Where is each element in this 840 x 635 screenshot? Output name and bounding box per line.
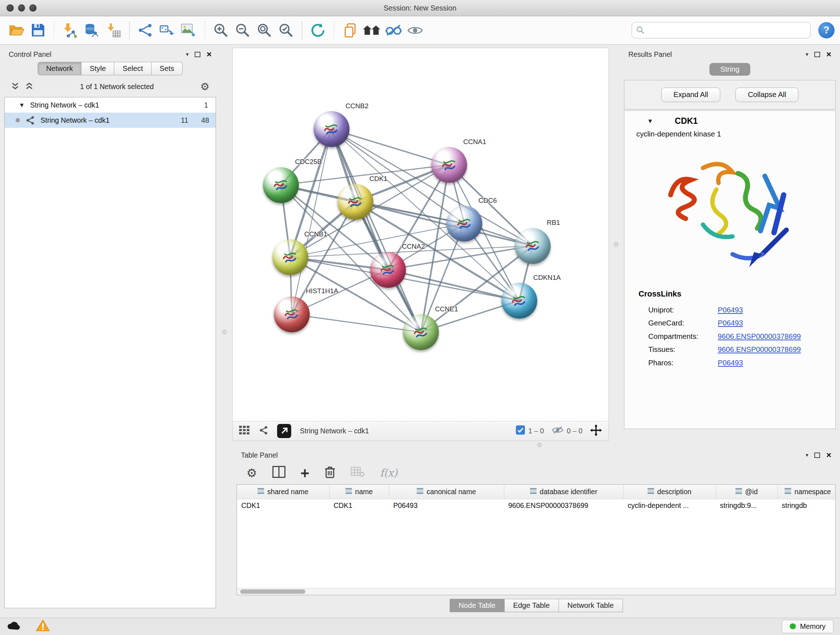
- float-panel-icon[interactable]: [814, 52, 821, 57]
- network-collection-row[interactable]: ▼ String Network – cdk1 1: [5, 97, 216, 112]
- memory-button[interactable]: Memory: [782, 620, 834, 633]
- tab-edge-table[interactable]: Edge Table: [505, 599, 559, 612]
- selected-checkbox-icon[interactable]: [516, 425, 525, 437]
- network-node-cdk1[interactable]: [338, 184, 373, 220]
- column-header-namespace[interactable]: namespace: [777, 485, 836, 499]
- hide-enhanced-labels-button[interactable]: [383, 19, 404, 42]
- apply-layout-button[interactable]: [134, 19, 156, 42]
- copy-style-button[interactable]: [339, 19, 361, 42]
- string-results-tab[interactable]: String: [709, 63, 750, 76]
- tab-node-table[interactable]: Node Table: [450, 599, 505, 612]
- warning-icon[interactable]: [36, 619, 50, 633]
- close-window-button[interactable]: [6, 4, 14, 11]
- network-options-gear-icon[interactable]: ⚙: [200, 81, 210, 92]
- minimize-window-button[interactable]: [18, 4, 25, 11]
- tab-network-table[interactable]: Network Table: [559, 599, 623, 612]
- close-panel-icon[interactable]: ×: [207, 50, 212, 59]
- pan-crosshair-icon[interactable]: [590, 424, 602, 438]
- crosslink-tissues-link[interactable]: 9606.ENSP00000378699: [718, 345, 801, 354]
- string-home-button[interactable]: [361, 19, 383, 42]
- selected-counts: 1 – 0: [528, 427, 544, 435]
- show-columns-icon[interactable]: [272, 466, 286, 480]
- column-header-name[interactable]: name: [329, 485, 389, 499]
- network-collection-list: ▼ String Network – cdk1 1 String Network…: [4, 97, 216, 608]
- import-network-from-database-button[interactable]: [81, 19, 103, 42]
- left-splitter-handle[interactable]: [222, 330, 226, 334]
- zoom-fit-button[interactable]: [254, 19, 275, 42]
- table-panel-header: Table Panel ▾ ×: [237, 448, 836, 462]
- help-button[interactable]: ?: [818, 22, 835, 38]
- collapse-panel-icon[interactable]: ▾: [806, 452, 808, 458]
- network-node-cdkn1a[interactable]: [501, 283, 537, 318]
- detach-view-button[interactable]: [277, 424, 291, 438]
- network-share-icon[interactable]: [259, 425, 268, 437]
- tab-select[interactable]: Select: [114, 62, 151, 75]
- tab-network[interactable]: Network: [38, 62, 81, 75]
- network-node-ccne1[interactable]: [403, 314, 439, 350]
- save-session-button[interactable]: [27, 19, 49, 42]
- network-edge-count: 48: [201, 116, 209, 125]
- tab-style[interactable]: Style: [81, 62, 114, 75]
- column-header-canonical-name[interactable]: canonical name: [389, 485, 504, 499]
- crosslink-genecard-link[interactable]: P06493: [718, 319, 743, 327]
- protein-ribbon-thumbnail: [409, 320, 433, 344]
- tab-sets[interactable]: Sets: [152, 62, 183, 75]
- network-row-selected[interactable]: String Network – cdk1 11 48: [5, 112, 216, 128]
- network-node-rb1[interactable]: [515, 228, 551, 264]
- collapse-all-icon[interactable]: [11, 82, 19, 92]
- column-header-database-identifier[interactable]: database identifier: [504, 485, 623, 499]
- column-type-icon: [785, 488, 791, 496]
- maximize-window-button[interactable]: [29, 4, 36, 11]
- column-header-shared-name[interactable]: shared name: [237, 485, 329, 499]
- network-canvas[interactable]: CCNB2CCNA1CDC25BCDK1CDC6RB1CCNB1CCNA2CDK…: [233, 48, 608, 421]
- table-row[interactable]: CDK1CDK1P064939606.ENSP00000378699cyclin…: [237, 499, 836, 512]
- export-image-button[interactable]: [178, 19, 200, 42]
- collapse-panel-icon[interactable]: ▾: [186, 51, 189, 57]
- protein-ribbon-thumbnail: [269, 173, 293, 197]
- network-node-cdc6[interactable]: [447, 206, 482, 241]
- hidden-eye-slash-icon[interactable]: [552, 426, 564, 436]
- import-network-from-file-button[interactable]: [59, 19, 81, 42]
- zoom-out-button[interactable]: [232, 19, 254, 42]
- delete-column-icon[interactable]: [325, 466, 335, 481]
- cloud-status-icon[interactable]: [6, 621, 21, 632]
- collapse-panel-icon[interactable]: ▾: [806, 51, 808, 57]
- crosslink-compartments-link[interactable]: 9606.ENSP00000378699: [718, 333, 801, 340]
- crosslink-uniprot-link[interactable]: P06493: [718, 306, 743, 314]
- birdseye-view-icon[interactable]: [239, 426, 250, 436]
- network-node-cdc25b[interactable]: [263, 167, 299, 203]
- crosslinks-section: CrossLinks Uniprot:P06493GeneCard:P06493…: [624, 285, 835, 370]
- network-node-ccnb2[interactable]: [314, 111, 349, 147]
- zoom-in-button[interactable]: [210, 19, 232, 42]
- export-network-button[interactable]: [156, 19, 178, 42]
- horizontal-splitter-handle[interactable]: [537, 443, 542, 447]
- network-node-hist1h1a[interactable]: [274, 296, 309, 333]
- import-table-button[interactable]: [103, 19, 125, 42]
- close-panel-icon[interactable]: ×: [826, 451, 831, 459]
- column-header--id[interactable]: @id: [715, 485, 777, 499]
- table-hscrollbar[interactable]: [237, 588, 835, 595]
- search-input[interactable]: [648, 26, 806, 35]
- float-panel-icon[interactable]: [195, 52, 201, 57]
- refresh-layout-button[interactable]: [307, 19, 329, 42]
- right-splitter-handle[interactable]: [614, 242, 618, 247]
- function-builder-icon[interactable]: f(x): [380, 467, 398, 479]
- network-node-ccna2[interactable]: [370, 252, 406, 288]
- crosslink-pharos-link[interactable]: P06493: [718, 359, 743, 367]
- network-node-ccna1[interactable]: [431, 147, 467, 183]
- float-panel-icon[interactable]: [814, 453, 821, 458]
- network-node-ccnb1[interactable]: [272, 239, 308, 275]
- open-session-button[interactable]: [5, 19, 27, 42]
- expand-all-icon[interactable]: [25, 82, 34, 92]
- zoom-selected-button[interactable]: [275, 19, 297, 42]
- protein-disclosure-icon[interactable]: ▼: [647, 118, 653, 125]
- show-graphics-details-button[interactable]: [404, 19, 426, 42]
- expand-all-button[interactable]: Expand All: [661, 88, 721, 102]
- close-panel-icon[interactable]: ×: [826, 50, 831, 59]
- scrollbar-thumb[interactable]: [240, 589, 305, 594]
- create-column-icon[interactable]: +: [301, 466, 309, 481]
- table-options-gear-icon[interactable]: ⚙: [246, 467, 257, 479]
- collection-disclosure-icon[interactable]: ▼: [19, 102, 25, 109]
- column-header-description[interactable]: description: [623, 485, 715, 499]
- collapse-all-button[interactable]: Collapse All: [736, 88, 798, 102]
